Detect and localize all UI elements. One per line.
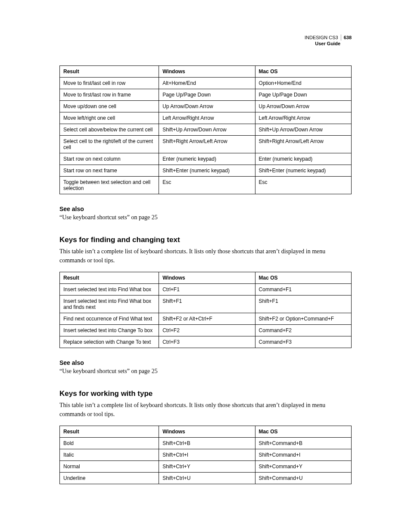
table-row: Insert selected text into Change To boxC… xyxy=(60,325,352,336)
page-number: 638 xyxy=(341,35,352,40)
table-cell: Move left/right one cell xyxy=(60,112,159,124)
table-header-row: Result Windows Mac OS xyxy=(60,66,352,78)
table-row: Move left/right one cellLeft Arrow/Right… xyxy=(60,112,352,124)
col-header-windows: Windows xyxy=(159,272,255,284)
col-header-result: Result xyxy=(60,66,159,78)
table-cell: Shift+Command+Y xyxy=(255,461,351,473)
table-cell: Shift+Command+I xyxy=(255,449,351,461)
table-cell: Ctrl+F1 xyxy=(159,284,255,296)
table-cell: Insert selected text into Find What box … xyxy=(60,296,159,313)
col-header-macos: Mac OS xyxy=(255,272,351,284)
table-row: Move to first/last row in framePage Up/P… xyxy=(60,89,352,101)
table-row: Select cell to the right/left of the cur… xyxy=(60,136,352,153)
table-cell: Command+F3 xyxy=(255,336,351,348)
table-row: NormalShift+Ctrl+YShift+Command+Y xyxy=(60,461,352,473)
table-cell: Select cell to the right/left of the cur… xyxy=(60,136,159,153)
shortcut-table-type: Result Windows Mac OS BoldShift+Ctrl+BSh… xyxy=(59,426,352,484)
table-cell: Shift+Enter (numeric keypad) xyxy=(255,165,351,177)
table-cell: Esc xyxy=(255,177,351,194)
section-intro: This table isn’t a complete list of keyb… xyxy=(59,401,352,419)
table-cell: Shift+Enter (numeric keypad) xyxy=(159,165,255,177)
table-row: Find next occurrence of Find What textSh… xyxy=(60,313,352,325)
table-cell: Option+Home/End xyxy=(255,78,351,89)
see-also-heading: See also xyxy=(59,205,352,212)
table-cell: Shift+Ctrl+B xyxy=(159,438,255,449)
document-page: INDESIGN CS3638 User Guide Result Window… xyxy=(0,0,411,532)
see-also-link: “Use keyboard shortcut sets” on page 25 xyxy=(59,214,352,221)
table-cell: Enter (numeric keypad) xyxy=(255,153,351,165)
table-cell: Shift+Up Arrow/Down Arrow xyxy=(159,124,255,136)
table-cell: Select cell above/below the current cell xyxy=(60,124,159,136)
table-cell: Command+F1 xyxy=(255,284,351,296)
table-cell: Move up/down one cell xyxy=(60,101,159,112)
section-title-type: Keys for working with type xyxy=(59,389,352,398)
col-header-windows: Windows xyxy=(159,426,255,438)
table-cell: Ctrl+F2 xyxy=(159,325,255,336)
see-also-link: “Use keyboard shortcut sets” on page 25 xyxy=(59,368,352,375)
col-header-macos: Mac OS xyxy=(255,66,351,78)
table-cell: Up Arrow/Down Arrow xyxy=(159,101,255,112)
table-cell: Bold xyxy=(60,438,159,449)
table-cell: Left Arrow/Right Arrow xyxy=(159,112,255,124)
table-cell: Shift+Ctrl+U xyxy=(159,473,255,484)
table-row: Select cell above/below the current cell… xyxy=(60,124,352,136)
table-row: ItalicShift+Ctrl+IShift+Command+I xyxy=(60,449,352,461)
table-row: Start row on next frameShift+Enter (nume… xyxy=(60,165,352,177)
table-cell: Italic xyxy=(60,449,159,461)
table-cell: Insert selected text into Find What box xyxy=(60,284,159,296)
table-header-row: Result Windows Mac OS xyxy=(60,272,352,284)
table-row: Move to first/last cell in rowAlt+Home/E… xyxy=(60,78,352,89)
table-cell: Shift+F2 or Option+Command+F xyxy=(255,313,351,325)
table-cell: Left Arrow/Right Arrow xyxy=(255,112,351,124)
table-cell: Start row on next column xyxy=(60,153,159,165)
table-cell: Shift+F1 xyxy=(159,296,255,313)
guide-label: User Guide xyxy=(305,40,352,47)
table-row: UnderlineShift+Ctrl+UShift+Command+U xyxy=(60,473,352,484)
table-cell: Shift+Command+B xyxy=(255,438,351,449)
page-content: Result Windows Mac OS Move to first/last… xyxy=(59,65,352,484)
table-row: Start row on next columnEnter (numeric k… xyxy=(60,153,352,165)
col-header-result: Result xyxy=(60,426,159,438)
shortcut-table-find-change: Result Windows Mac OS Insert selected te… xyxy=(59,272,352,348)
table-cell: Shift+Ctrl+Y xyxy=(159,461,255,473)
table-row: Insert selected text into Find What box … xyxy=(60,296,352,313)
section-intro: This table isn’t a complete list of keyb… xyxy=(59,247,352,265)
table-cell: Ctrl+F3 xyxy=(159,336,255,348)
table-cell: Shift+Right Arrow/Left Arrow xyxy=(159,136,255,153)
table-cell: Command+F2 xyxy=(255,325,351,336)
table-cell: Shift+Up Arrow/Down Arrow xyxy=(255,124,351,136)
table-cell: Shift+Right Arrow/Left Arrow xyxy=(255,136,351,153)
product-name: INDESIGN CS3 xyxy=(305,34,341,40)
table-cell: Find next occurrence of Find What text xyxy=(60,313,159,325)
table-cell: Shift+F2 or Alt+Ctrl+F xyxy=(159,313,255,325)
see-also-heading: See also xyxy=(59,359,352,366)
table-row: Toggle between text selection and cell s… xyxy=(60,177,352,194)
table-cell: Move to first/last row in frame xyxy=(60,89,159,101)
col-header-windows: Windows xyxy=(159,66,255,78)
table-cell: Page Up/Page Down xyxy=(159,89,255,101)
table-cell: Alt+Home/End xyxy=(159,78,255,89)
table-row: Replace selection with Change To textCtr… xyxy=(60,336,352,348)
table-cell: Move to first/last cell in row xyxy=(60,78,159,89)
col-header-result: Result xyxy=(60,272,159,284)
table-cell: Insert selected text into Change To box xyxy=(60,325,159,336)
table-cell: Normal xyxy=(60,461,159,473)
table-cell: Underline xyxy=(60,473,159,484)
table-cell: Up Arrow/Down Arrow xyxy=(255,101,351,112)
table-cell: Esc xyxy=(159,177,255,194)
shortcut-table-navigation: Result Windows Mac OS Move to first/last… xyxy=(59,65,352,194)
col-header-macos: Mac OS xyxy=(255,426,351,438)
table-cell: Replace selection with Change To text xyxy=(60,336,159,348)
table-header-row: Result Windows Mac OS xyxy=(60,426,352,438)
table-row: BoldShift+Ctrl+BShift+Command+B xyxy=(60,438,352,449)
running-header: INDESIGN CS3638 User Guide xyxy=(305,34,352,47)
table-cell: Start row on next frame xyxy=(60,165,159,177)
table-cell: Page Up/Page Down xyxy=(255,89,351,101)
table-cell: Shift+Command+U xyxy=(255,473,351,484)
section-title-find-change: Keys for finding and changing text xyxy=(59,236,352,244)
table-cell: Toggle between text selection and cell s… xyxy=(60,177,159,194)
table-cell: Shift+F1 xyxy=(255,296,351,313)
table-cell: Enter (numeric keypad) xyxy=(159,153,255,165)
table-cell: Shift+Ctrl+I xyxy=(159,449,255,461)
table-row: Move up/down one cellUp Arrow/Down Arrow… xyxy=(60,101,352,112)
